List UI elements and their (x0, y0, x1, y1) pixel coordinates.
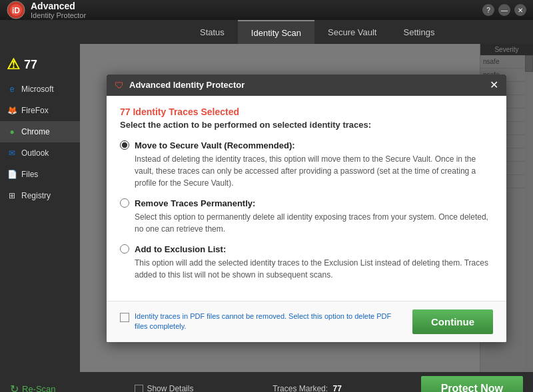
close-app-button[interactable]: ✕ (514, 4, 526, 16)
sidebar-item-label: FireFox (21, 106, 49, 115)
pdf-checkbox[interactable] (120, 313, 129, 322)
modal-title-bar: 🛡 Advanced Identity Protector ✕ (107, 75, 506, 96)
sidebar-item-outlook[interactable]: ✉ Outlook (0, 142, 80, 164)
modal-dialog: 🛡 Advanced Identity Protector ✕ 77 Ident… (107, 75, 506, 342)
modal-title-text: Advanced Identity Protector (129, 80, 245, 90)
modal-overlay: 🛡 Advanced Identity Protector ✕ 77 Ident… (80, 44, 533, 372)
traces-count: 77 (332, 384, 341, 392)
content-area: Severity nsafe nsafe nsafe nsafe nsafe n… (80, 44, 533, 372)
sidebar-item-label: Registry (21, 191, 51, 200)
firefox-icon: 🦊 (7, 105, 17, 116)
outlook-icon: ✉ (7, 148, 17, 158)
rescan-label: Re-Scan (22, 384, 56, 393)
option-remove-permanently: Remove Traces Permanently: Select this o… (120, 198, 493, 235)
sidebar-item-files[interactable]: 📄 Files (0, 164, 80, 185)
app-title: Advanced (31, 1, 86, 11)
show-details-label: Show Details (147, 384, 193, 392)
option-add-exclusion: Add to Exclusion List: This option will … (120, 244, 493, 281)
app-branding: iD Advanced Identity Protector (7, 1, 86, 19)
main-area: ⚠ 77 e Microsoft 🦊 FireFox ● Chrome ✉ Ou… (0, 44, 533, 372)
option-add-exclusion-text: Add to Exclusion List: (135, 244, 226, 254)
sidebar-item-firefox[interactable]: 🦊 FireFox (0, 100, 80, 121)
app-logo-icon: iD (7, 1, 25, 19)
tab-settings[interactable]: Settings (390, 20, 448, 44)
tab-status[interactable]: Status (187, 20, 238, 44)
sidebar-warning: ⚠ 77 (0, 51, 80, 79)
option-move-vault-desc: Instead of deleting the identity traces,… (120, 153, 493, 189)
show-details-checkbox[interactable] (135, 385, 143, 393)
modal-title-content: 🛡 Advanced Identity Protector (115, 80, 245, 91)
option-move-vault-text: Move to Secure Vault (Recommended): (135, 140, 295, 150)
bottom-bar: ↻ Re-Scan Show Details Traces Marked: 77… (0, 372, 533, 392)
sidebar-item-microsoft[interactable]: e Microsoft (0, 79, 80, 100)
files-icon: 📄 (7, 169, 17, 180)
help-button[interactable]: ? (482, 4, 494, 16)
window-controls: ? — ✕ (482, 4, 526, 16)
pdf-notice-text: Identity traces in PDF files cannot be r… (135, 311, 402, 332)
tab-identity-scan[interactable]: Identity Scan (238, 20, 314, 44)
minimize-button[interactable]: — (498, 4, 510, 16)
warning-count: 77 (24, 58, 37, 72)
protect-now-button[interactable]: Protect Now (421, 376, 523, 392)
option-add-exclusion-desc: This option will add the selected identi… (120, 257, 493, 281)
pdf-checkbox-area: Identity traces in PDF files cannot be r… (120, 311, 402, 332)
option-remove-permanently-label[interactable]: Remove Traces Permanently: (120, 198, 493, 208)
sidebar-item-label: Microsoft (21, 85, 54, 94)
option-remove-permanently-text: Remove Traces Permanently: (135, 198, 255, 208)
sidebar: ⚠ 77 e Microsoft 🦊 FireFox ● Chrome ✉ Ou… (0, 44, 80, 372)
sidebar-item-chrome[interactable]: ● Chrome (0, 121, 80, 142)
modal-footer: Identity traces in PDF files cannot be r… (107, 301, 506, 342)
option-remove-permanently-desc: Select this option to permanently delete… (120, 211, 493, 235)
sidebar-item-label: Files (21, 170, 38, 179)
modal-shield-icon: 🛡 (115, 80, 124, 91)
modal-body: 77 Identity Traces Selected Select the a… (107, 96, 506, 301)
sidebar-item-label: Chrome (21, 127, 50, 136)
svg-text:iD: iD (12, 6, 20, 15)
option-move-vault-label[interactable]: Move to Secure Vault (Recommended): (120, 140, 493, 150)
option-add-exclusion-label[interactable]: Add to Exclusion List: (120, 244, 493, 254)
modal-subtitle: Select the action to be performed on sel… (120, 120, 493, 130)
nav-bar: Status Identity Scan Secure Vault Settin… (0, 20, 533, 44)
sidebar-item-registry[interactable]: ⊞ Registry (0, 185, 80, 206)
registry-icon: ⊞ (7, 190, 17, 201)
show-details-area[interactable]: Show Details (135, 384, 193, 392)
title-bar: iD Advanced Identity Protector ? — ✕ (0, 0, 533, 20)
warning-icon: ⚠ (7, 56, 20, 73)
modal-close-button[interactable]: ✕ (490, 80, 498, 91)
radio-add-exclusion[interactable] (120, 244, 129, 254)
rescan-icon: ↻ (10, 383, 19, 393)
microsoft-icon: e (7, 84, 17, 95)
rescan-button[interactable]: ↻ Re-Scan (10, 383, 56, 393)
radio-remove-permanently[interactable] (120, 198, 129, 208)
traces-marked-label: Traces Marked: (272, 384, 328, 392)
sidebar-item-label: Outlook (21, 148, 49, 158)
traces-marked: Traces Marked: 77 (272, 384, 342, 392)
radio-move-vault[interactable] (120, 140, 129, 150)
tab-secure-vault[interactable]: Secure Vault (314, 20, 390, 44)
app-subtitle: Identity Protector (31, 11, 86, 19)
chrome-icon: ● (7, 126, 17, 137)
continue-button[interactable]: Continue (412, 309, 493, 334)
modal-count-text: 77 Identity Traces Selected (120, 106, 493, 117)
option-move-vault: Move to Secure Vault (Recommended): Inst… (120, 140, 493, 189)
